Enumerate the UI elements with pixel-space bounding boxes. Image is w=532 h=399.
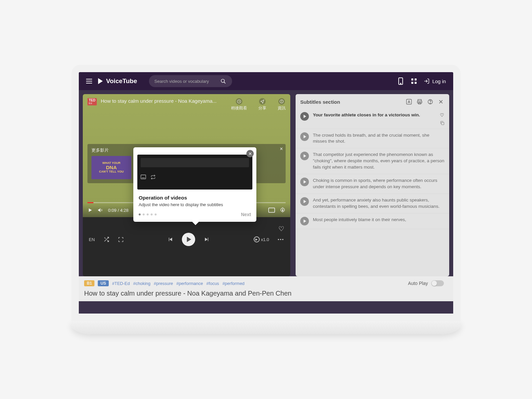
lang-toggle[interactable]: EN: [89, 237, 95, 242]
level-pill[interactable]: B1: [84, 280, 94, 286]
tag-link[interactable]: #choking: [133, 281, 150, 286]
svg-rect-35: [442, 122, 444, 125]
svg-rect-23: [208, 238, 208, 241]
subtitle-line[interactable]: Your favorite athlete closes in for a vi…: [296, 109, 449, 129]
settings-gear-icon[interactable]: [280, 207, 286, 213]
playback-speed[interactable]: ▶ x1.0: [254, 236, 269, 242]
subtitle-mode-icon: [141, 175, 146, 180]
step-dot[interactable]: [155, 213, 157, 215]
svg-text:A: A: [408, 100, 410, 104]
search-input[interactable]: [154, 79, 219, 84]
popover-title: Operation of videos: [139, 195, 251, 201]
svg-line-19: [104, 237, 106, 239]
video-title: How to stay calm under pressure - Noa Ka…: [101, 98, 227, 104]
subtitle-line[interactable]: Most people intuitively blame it on thei…: [296, 213, 449, 229]
login-button[interactable]: Log in: [424, 78, 446, 84]
tag-link[interactable]: #focus: [206, 281, 219, 286]
close-icon[interactable]: [437, 98, 445, 105]
info-button[interactable]: 資訊: [278, 98, 286, 111]
video-thumbnail[interactable]: WHAT YOUR DNA CAN'T TELL YOU: [91, 156, 131, 179]
svg-marker-13: [89, 208, 92, 212]
copy-icon[interactable]: [440, 121, 445, 125]
playback-time: 0:09 / 4:28: [108, 208, 128, 213]
autoplay-toggle[interactable]: [431, 280, 444, 286]
svg-rect-24: [141, 175, 146, 179]
svg-rect-15: [269, 208, 275, 212]
close-icon[interactable]: ×: [280, 146, 283, 152]
region-pill[interactable]: US: [98, 280, 109, 286]
font-size-icon[interactable]: A: [405, 98, 413, 105]
tag-link[interactable]: #performance: [176, 281, 203, 286]
play-line-icon[interactable]: [300, 112, 309, 121]
captions-icon[interactable]: [268, 207, 275, 213]
step-dot[interactable]: [143, 213, 145, 215]
next-button[interactable]: Next: [241, 212, 251, 217]
app-header: VoiceTube Log in: [79, 72, 453, 90]
play-button[interactable]: [182, 233, 195, 246]
step-dot[interactable]: [147, 213, 149, 215]
help-icon[interactable]: [427, 98, 434, 105]
svg-point-0: [221, 79, 224, 82]
step-dot[interactable]: [139, 213, 141, 215]
popover-preview: [137, 155, 252, 190]
speed-ring-icon: ▶: [254, 236, 260, 242]
prev-track-icon[interactable]: [168, 237, 173, 242]
clock-icon: [236, 98, 242, 105]
search-bar[interactable]: [149, 75, 232, 87]
svg-rect-6: [411, 82, 413, 84]
search-icon[interactable]: [219, 77, 227, 85]
mobile-icon[interactable]: [397, 77, 404, 85]
subtitle-list[interactable]: Your favorite athlete closes in for a vi…: [296, 109, 449, 272]
video-top-actions: 稍後觀看 分享: [231, 98, 286, 111]
next-track-icon[interactable]: [204, 237, 209, 242]
subtitle-line[interactable]: Choking is common in sports, where perfo…: [296, 174, 449, 194]
info-circle-icon: [278, 98, 285, 105]
close-icon[interactable]: ✕: [246, 150, 254, 157]
shuffle-icon[interactable]: [103, 236, 109, 242]
fullscreen-icon[interactable]: [118, 237, 124, 242]
login-icon: [424, 78, 430, 84]
subtitle-line[interactable]: And yet, performance anxiety also haunts…: [296, 194, 449, 213]
source-badge: TED Ed: [87, 98, 97, 105]
apps-grid-icon[interactable]: [410, 77, 418, 85]
tag-link[interactable]: #TED-Ed: [112, 281, 130, 286]
favorite-icon[interactable]: ♡: [278, 225, 284, 233]
print-icon[interactable]: [416, 98, 423, 105]
svg-rect-4: [411, 78, 413, 80]
subtitles-panel: Subtitles section A: [296, 94, 449, 276]
player-controls: ♡ EN: [83, 217, 290, 254]
video-player-pane: TED Ed How to stay calm under pressure -…: [83, 94, 290, 276]
svg-marker-14: [98, 208, 100, 212]
more-options-icon[interactable]: •••: [278, 237, 284, 242]
svg-point-3: [400, 83, 401, 84]
share-button[interactable]: 分享: [258, 98, 266, 111]
play-line-icon[interactable]: [300, 217, 309, 225]
tag-link[interactable]: #pressure: [154, 281, 173, 286]
play-logo-icon: [98, 78, 104, 84]
svg-marker-22: [205, 238, 208, 241]
play-line-icon[interactable]: [300, 152, 309, 160]
share-icon: [259, 98, 266, 105]
subtitle-line[interactable]: The crowd holds its breath, and at the c…: [296, 129, 449, 149]
brand-logo[interactable]: VoiceTube: [98, 77, 137, 85]
svg-point-16: [282, 209, 284, 211]
tag-link[interactable]: #performed: [222, 281, 244, 286]
play-line-icon[interactable]: [300, 178, 309, 186]
autoplay-control: Auto Play: [408, 276, 444, 286]
video-meta: B1 US #TED-Ed #choking #pressure #perfor…: [79, 276, 453, 301]
play-icon[interactable]: [87, 207, 93, 213]
step-dot[interactable]: [151, 213, 153, 215]
volume-icon[interactable]: [97, 207, 103, 213]
svg-line-1: [224, 82, 225, 83]
tutorial-popover: ✕: [133, 147, 256, 222]
subtitle-line[interactable]: That competitor just experienced the phe…: [296, 148, 449, 174]
play-line-icon[interactable]: [300, 197, 309, 206]
play-line-icon[interactable]: [300, 132, 309, 141]
popover-description: Adjust the video here to display the sub…: [139, 202, 251, 207]
heart-icon[interactable]: ♡: [440, 112, 445, 119]
svg-rect-5: [415, 78, 417, 80]
brand-name: VoiceTube: [106, 77, 137, 85]
watch-later-button[interactable]: 稍後觀看: [231, 98, 247, 111]
subtitles-header: Subtitles section: [300, 99, 402, 105]
menu-icon[interactable]: [86, 79, 92, 83]
